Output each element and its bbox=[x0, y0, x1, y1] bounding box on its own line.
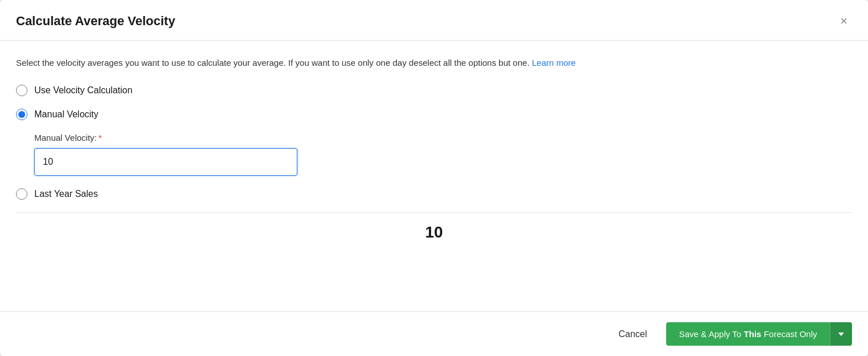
modal-title: Calculate Average Velocity bbox=[16, 14, 175, 29]
save-button-group: Save & Apply To This Forecast Only bbox=[666, 322, 852, 346]
chevron-down-icon bbox=[838, 333, 844, 336]
description-static: Select the velocity averages you want to… bbox=[16, 58, 529, 68]
last-year-sales-radio[interactable] bbox=[16, 188, 27, 200]
use-velocity-calculation-label: Use Velocity Calculation bbox=[34, 85, 133, 96]
manual-velocity-section: Manual Velocity:* bbox=[34, 133, 852, 176]
modal-body: Select the velocity averages you want to… bbox=[0, 41, 868, 311]
learn-more-link[interactable]: Learn more bbox=[532, 58, 576, 68]
modal-footer: Cancel Save & Apply To This Forecast Onl… bbox=[0, 311, 868, 356]
use-velocity-calculation-option[interactable]: Use Velocity Calculation bbox=[16, 85, 852, 96]
result-section: 10 bbox=[16, 212, 852, 247]
manual-velocity-label: Manual Velocity bbox=[34, 109, 98, 120]
close-button[interactable]: × bbox=[835, 13, 852, 30]
last-year-sales-option[interactable]: Last Year Sales bbox=[16, 188, 852, 200]
use-velocity-calculation-radio[interactable] bbox=[16, 85, 27, 96]
manual-velocity-option[interactable]: Manual Velocity bbox=[16, 109, 852, 120]
calculate-average-velocity-modal: Calculate Average Velocity × Select the … bbox=[0, 0, 868, 356]
manual-velocity-input[interactable] bbox=[34, 148, 297, 176]
result-value: 10 bbox=[425, 223, 443, 242]
required-star: * bbox=[98, 133, 102, 143]
modal-header: Calculate Average Velocity × bbox=[0, 0, 868, 41]
save-apply-button[interactable]: Save & Apply To This Forecast Only bbox=[666, 322, 830, 346]
manual-velocity-field-label: Manual Velocity:* bbox=[34, 133, 852, 143]
manual-velocity-radio[interactable] bbox=[16, 109, 27, 120]
description-text: Select the velocity averages you want to… bbox=[16, 57, 852, 70]
last-year-sales-label: Last Year Sales bbox=[34, 189, 98, 199]
save-dropdown-button[interactable] bbox=[830, 322, 852, 346]
cancel-button[interactable]: Cancel bbox=[608, 323, 658, 345]
